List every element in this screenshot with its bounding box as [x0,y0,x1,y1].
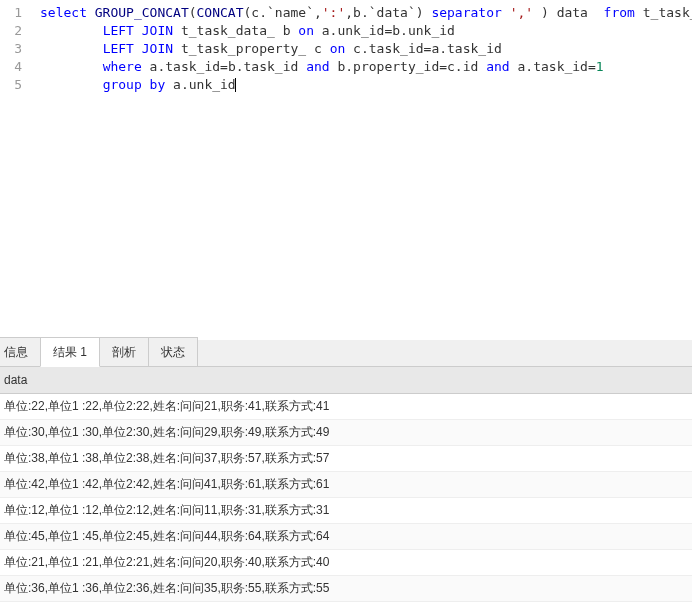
line-number-gutter: 12345 [0,0,30,340]
code-line[interactable]: LEFT JOIN t_task_data_ b on a.unk_id=b.u… [40,22,688,40]
table-row[interactable]: 单位:42,单位1 :42,单位2:42,姓名:问问41,职务:61,联系方式:… [0,472,692,498]
line-number: 4 [0,58,22,76]
text-cursor [235,78,236,92]
sql-editor[interactable]: 12345 select GROUP_CONCAT(CONCAT(c.`name… [0,0,692,340]
table-row[interactable]: 单位:38,单位1 :38,单位2:38,姓名:问问37,职务:57,联系方式:… [0,446,692,472]
tab-状态[interactable]: 状态 [148,337,198,366]
tab-结果1[interactable]: 结果 1 [40,337,100,367]
line-number: 5 [0,76,22,94]
sql-code-area[interactable]: select GROUP_CONCAT(CONCAT(c.`name`,':',… [30,0,692,340]
table-row[interactable]: 单位:21,单位1 :21,单位2:21,姓名:问问20,职务:40,联系方式:… [0,550,692,576]
table-row[interactable]: 单位:30,单位1 :30,单位2:30,姓名:问问29,职务:49,联系方式:… [0,420,692,446]
table-row[interactable]: 单位:45,单位1 :45,单位2:45,姓名:问问44,职务:64,联系方式:… [0,524,692,550]
table-row[interactable]: 单位:36,单位1 :36,单位2:36,姓名:问问35,职务:55,联系方式:… [0,576,692,602]
results-column-header[interactable]: data [0,367,692,394]
results-body[interactable]: 单位:22,单位1 :22,单位2:22,姓名:问问21,职务:41,联系方式:… [0,394,692,606]
code-line[interactable]: select GROUP_CONCAT(CONCAT(c.`name`,':',… [40,4,688,22]
table-row[interactable]: 单位:27,单位1 :27,单位2:27,姓名:问问26,职务:46,联系方式:… [0,602,692,606]
code-line[interactable]: LEFT JOIN t_task_property_ c on c.task_i… [40,40,688,58]
code-line[interactable]: where a.task_id=b.task_id and b.property… [40,58,688,76]
code-line[interactable]: group by a.unk_id [40,76,688,94]
tab-剖析[interactable]: 剖析 [99,337,149,366]
result-tabs: 信息结果 1剖析状态 [0,340,692,367]
line-number: 1 [0,4,22,22]
line-number: 2 [0,22,22,40]
results-panel: data 单位:22,单位1 :22,单位2:22,姓名:问问21,职务:41,… [0,367,692,606]
table-row[interactable]: 单位:22,单位1 :22,单位2:22,姓名:问问21,职务:41,联系方式:… [0,394,692,420]
line-number: 3 [0,40,22,58]
table-row[interactable]: 单位:12,单位1 :12,单位2:12,姓名:问问11,职务:31,联系方式:… [0,498,692,524]
tab-信息[interactable]: 信息 [0,337,41,366]
